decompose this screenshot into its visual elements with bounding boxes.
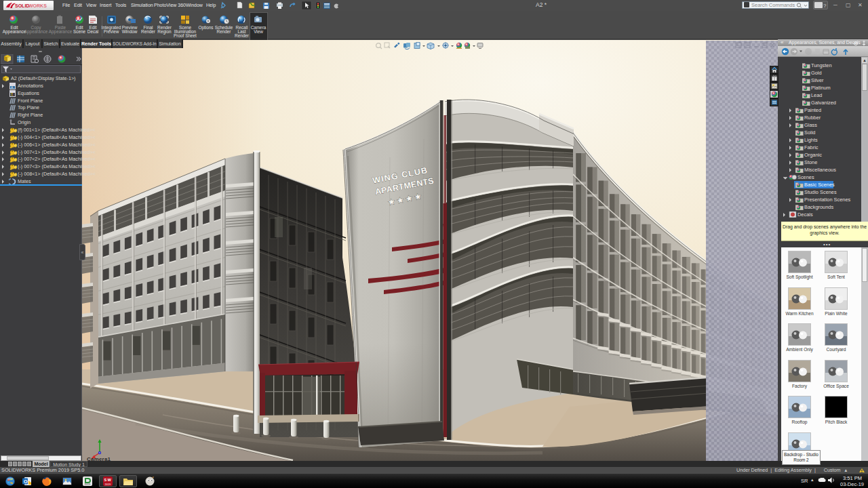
svg-text:WORKS: WORKS: [28, 3, 47, 8]
svg-text:?: ?: [823, 3, 827, 8]
svg-text:S W: S W: [104, 478, 112, 482]
svg-text:SOLID: SOLID: [15, 3, 29, 8]
svg-text:2019: 2019: [84, 483, 91, 486]
svg-text:2019: 2019: [104, 483, 111, 486]
svg-text:O: O: [24, 479, 28, 484]
